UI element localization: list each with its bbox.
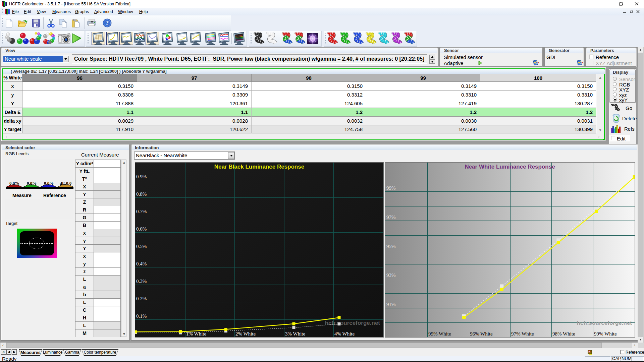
svg-text:0.4%: 0.4%: [136, 261, 147, 266]
svg-text:98% White: 98% White: [552, 331, 575, 337]
svg-text:91%: 91%: [386, 302, 396, 307]
svg-text:1% White: 1% White: [186, 331, 206, 337]
svg-text:0.3%: 0.3%: [136, 279, 147, 284]
svg-text:hcfr.sourceforge.net: hcfr.sourceforge.net: [325, 320, 380, 326]
svg-text:Near Black Luminance Response: Near Black Luminance Response: [214, 164, 304, 170]
svg-text:3% White: 3% White: [285, 331, 305, 337]
svg-text:93%: 93%: [386, 273, 396, 278]
svg-text:0.5%: 0.5%: [136, 244, 147, 249]
svg-text:Near White Luminance Response: Near White Luminance Response: [465, 164, 555, 170]
svg-text:95%: 95%: [386, 244, 396, 249]
svg-text:0.2%: 0.2%: [136, 296, 147, 301]
svg-text:95% White: 95% White: [428, 331, 451, 337]
svg-text:0.7%: 0.7%: [136, 209, 147, 214]
svg-text:97% White: 97% White: [511, 331, 534, 337]
svg-text:0.8%: 0.8%: [136, 191, 147, 197]
svg-text:0.1%: 0.1%: [136, 313, 147, 319]
svg-text:99%: 99%: [386, 185, 396, 191]
svg-text:4% White: 4% White: [334, 331, 355, 337]
svg-text:0.9%: 0.9%: [136, 174, 147, 179]
svg-text:2% White: 2% White: [235, 331, 256, 337]
svg-text:99% White: 99% White: [594, 331, 617, 337]
svg-text:96% White: 96% White: [470, 331, 493, 337]
svg-text:0.6%: 0.6%: [136, 226, 147, 232]
svg-text:97%: 97%: [386, 215, 396, 220]
svg-text:hcfr.sourceforge.net: hcfr.sourceforge.net: [577, 320, 632, 326]
